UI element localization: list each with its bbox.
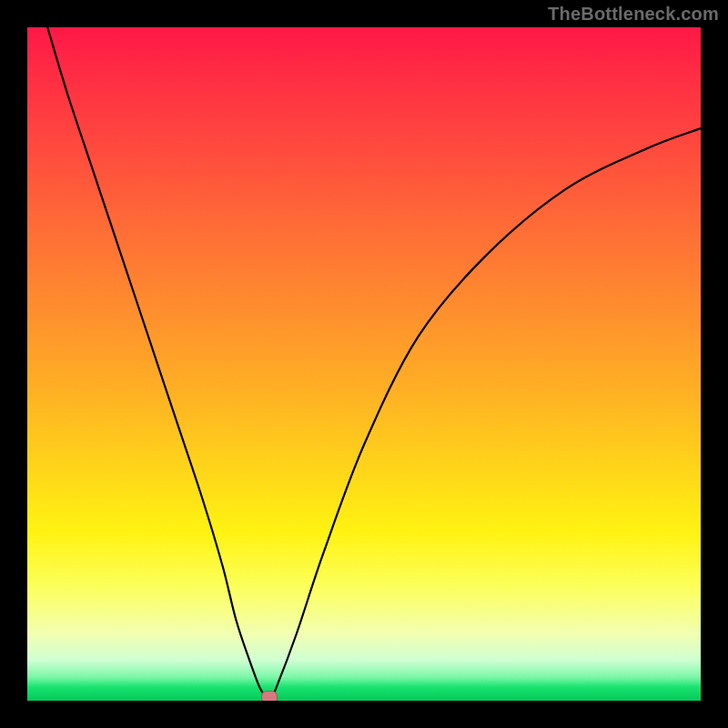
bottleneck-curve (27, 27, 701, 701)
minimum-marker-icon (261, 691, 278, 701)
plot-area (27, 27, 701, 701)
chart-frame: TheBottleneck.com (0, 0, 728, 728)
watermark-text: TheBottleneck.com (548, 4, 719, 25)
